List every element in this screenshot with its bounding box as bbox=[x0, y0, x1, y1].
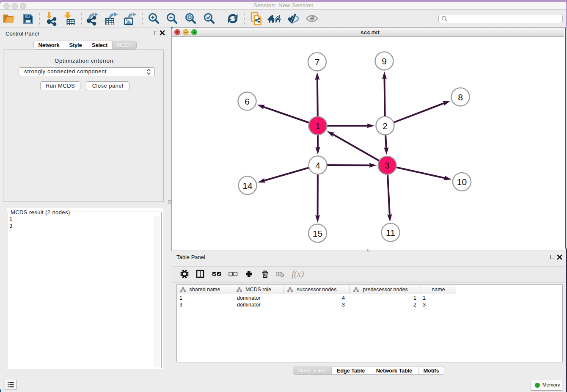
svg-text:11: 11 bbox=[386, 228, 395, 237]
svg-text:2: 2 bbox=[383, 121, 388, 131]
svg-text:7: 7 bbox=[315, 57, 320, 67]
svg-text:1: 1 bbox=[315, 121, 320, 131]
svg-text:3: 3 bbox=[385, 160, 390, 170]
svg-text:9: 9 bbox=[382, 56, 387, 66]
svg-text:4: 4 bbox=[315, 160, 320, 170]
svg-text:8: 8 bbox=[458, 92, 463, 102]
svg-text:15: 15 bbox=[313, 229, 322, 238]
svg-text:6: 6 bbox=[245, 97, 250, 106]
svg-text:14: 14 bbox=[242, 181, 253, 190]
svg-text:f(x): f(x) bbox=[292, 269, 304, 279]
svg-text:10: 10 bbox=[457, 177, 467, 187]
